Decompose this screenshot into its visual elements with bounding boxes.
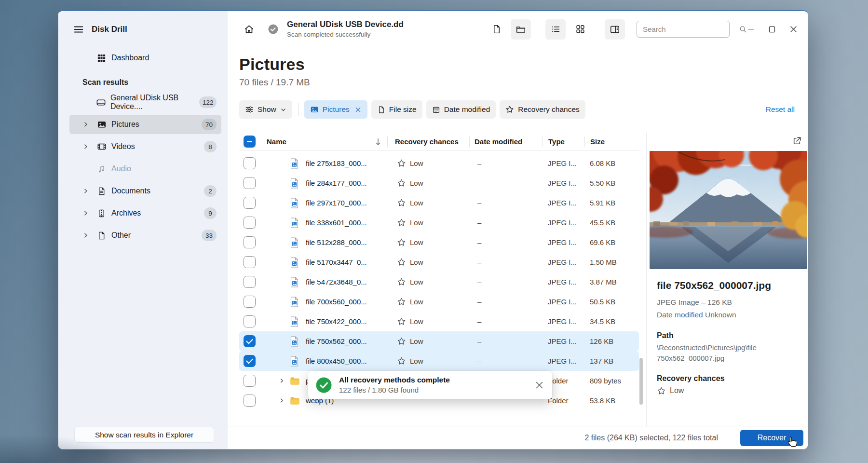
star-icon[interactable] xyxy=(397,178,406,188)
sidebar: Disk Drill Dashboard Scan results Genera… xyxy=(58,11,228,449)
row-checkbox[interactable] xyxy=(244,315,256,327)
date-modified-cell: – xyxy=(469,218,542,227)
recovery-cell: Low xyxy=(387,198,469,207)
sidebar-item-device[interactable]: General UDisk USB Device.... 122 xyxy=(69,93,221,112)
recover-button[interactable]: Recover xyxy=(740,430,803,446)
table-row[interactable]: file 5170x3447_0... Low – JPEG I... 1.50… xyxy=(239,252,639,272)
star-icon[interactable] xyxy=(397,258,406,267)
search-input[interactable] xyxy=(643,25,739,33)
sidebar-item-videos[interactable]: Videos 8 xyxy=(69,137,221,156)
sidebar-item-archives[interactable]: Archives 9 xyxy=(69,204,221,223)
row-checkbox[interactable] xyxy=(244,177,256,189)
date-modified-filter-button[interactable]: Date modified xyxy=(426,100,496,119)
recovery-value: Low xyxy=(410,258,423,266)
grid-view-icon[interactable] xyxy=(570,19,590,40)
chevron-right-icon[interactable] xyxy=(279,378,290,384)
search-box[interactable] xyxy=(637,21,730,38)
row-checkbox[interactable] xyxy=(244,395,256,407)
recovery-value: Low xyxy=(410,337,423,345)
recovery-chances-filter-button[interactable]: Recovery chances xyxy=(500,100,585,119)
table-row[interactable]: file 5472x3648_0... Low – JPEG I... 3.87… xyxy=(239,272,639,292)
maximize-button[interactable] xyxy=(761,19,783,40)
chevron-right-icon[interactable] xyxy=(82,188,90,194)
file-type-cell: JPEG I... xyxy=(542,357,584,365)
file-info-icon[interactable] xyxy=(486,19,506,40)
list-view-icon[interactable] xyxy=(545,19,566,40)
preview-panel-icon[interactable] xyxy=(605,19,625,40)
row-checkbox[interactable] xyxy=(244,236,256,248)
close-button[interactable] xyxy=(783,19,804,40)
row-checkbox[interactable] xyxy=(244,217,256,229)
minimize-button[interactable] xyxy=(740,19,761,40)
star-icon[interactable] xyxy=(397,159,406,168)
sidebar-item-pictures[interactable]: Pictures 70 xyxy=(69,115,221,134)
column-header-size[interactable]: Size xyxy=(584,136,639,147)
date-modified-cell: – xyxy=(469,278,542,286)
column-header-date[interactable]: Date modified xyxy=(469,136,542,147)
pictures-icon xyxy=(97,120,107,129)
star-icon[interactable] xyxy=(397,337,406,346)
table-row[interactable]: file 297x170_000... Low – JPEG I... 5.91… xyxy=(239,193,639,213)
recovery-cell: Low xyxy=(387,178,469,188)
sidebar-item-audio: Audio xyxy=(69,159,221,178)
date-modified-cell: – xyxy=(469,298,542,306)
chevron-right-icon[interactable] xyxy=(82,121,90,128)
star-icon[interactable] xyxy=(397,356,406,366)
reset-all-link[interactable]: Reset all xyxy=(766,105,795,114)
row-checkbox[interactable] xyxy=(244,355,256,367)
chevron-right-icon[interactable] xyxy=(82,210,90,217)
open-external-icon[interactable] xyxy=(789,134,804,148)
sidebar-item-dashboard[interactable]: Dashboard xyxy=(69,48,221,68)
star-icon[interactable] xyxy=(397,277,406,286)
preview-filename: file 750x562_000007.jpg xyxy=(657,280,800,291)
home-icon[interactable] xyxy=(239,20,258,39)
show-scan-results-in-explorer-button[interactable]: Show scan results in Explorer xyxy=(74,427,214,443)
table-row[interactable]: file 800x450_000... Low – JPEG I... 137 … xyxy=(239,351,639,371)
folder-view-icon[interactable] xyxy=(511,19,531,40)
select-all-checkbox[interactable] xyxy=(244,136,256,148)
file-size-cell: 45.5 KB xyxy=(584,218,639,227)
pictures-filter-chip[interactable]: Pictures xyxy=(304,100,367,119)
row-checkbox[interactable] xyxy=(244,296,256,308)
file-name: file 700x560_000... xyxy=(306,298,367,306)
chevron-right-icon[interactable] xyxy=(82,232,90,239)
mouse-cursor xyxy=(787,436,799,449)
image-file-icon xyxy=(290,198,301,208)
row-checkbox[interactable] xyxy=(244,375,256,387)
file-table: Name Recovery chances Date modified Type… xyxy=(228,133,646,426)
row-checkbox[interactable] xyxy=(244,157,256,169)
chevron-right-icon[interactable] xyxy=(279,397,290,404)
file-size-cell: 53.8 KB xyxy=(584,396,639,405)
file-size-filter-button[interactable]: File size xyxy=(371,100,422,119)
vertical-scrollbar[interactable] xyxy=(639,358,643,405)
hamburger-menu-icon[interactable] xyxy=(72,23,85,36)
toast-close-icon[interactable] xyxy=(535,381,543,389)
table-row[interactable]: file 275x183_000... Low – JPEG I... 6.08… xyxy=(239,153,639,173)
column-header-type[interactable]: Type xyxy=(542,136,584,147)
sidebar-item-documents[interactable]: Documents 2 xyxy=(69,181,221,201)
star-icon[interactable] xyxy=(397,238,406,247)
table-row[interactable]: file 750x422_000... Low – JPEG I... 34.5… xyxy=(239,312,639,331)
table-row[interactable]: file 700x560_000... Low – JPEG I... 50.5… xyxy=(239,292,639,312)
column-header-name[interactable]: Name xyxy=(260,136,387,147)
row-checkbox[interactable] xyxy=(244,197,256,209)
sidebar-item-other[interactable]: Other 33 xyxy=(69,226,221,245)
show-filter-button[interactable]: Show xyxy=(239,100,292,119)
row-checkbox[interactable] xyxy=(244,276,256,288)
table-row[interactable]: file 338x601_000... Low – JPEG I... 45.5… xyxy=(239,213,639,232)
star-icon[interactable] xyxy=(397,218,406,227)
table-row[interactable]: file 750x562_000... Low – JPEG I... 126 … xyxy=(239,331,639,351)
column-header-recovery[interactable]: Recovery chances xyxy=(387,136,469,147)
star-icon[interactable] xyxy=(397,198,406,207)
remove-filter-icon[interactable] xyxy=(354,106,362,113)
preview-recovery-label: Recovery chances xyxy=(657,374,800,383)
row-checkbox[interactable] xyxy=(244,256,256,268)
row-checkbox[interactable] xyxy=(244,335,256,347)
preview-image xyxy=(650,151,807,269)
star-icon[interactable] xyxy=(397,317,406,326)
table-row[interactable]: file 284x177_000... Low – JPEG I... 5.50… xyxy=(239,173,639,193)
table-row[interactable]: file 512x288_000... Low – JPEG I... 69.6… xyxy=(239,232,639,252)
calendar-icon xyxy=(432,106,440,114)
chevron-right-icon[interactable] xyxy=(82,143,90,150)
star-icon[interactable] xyxy=(397,297,406,306)
